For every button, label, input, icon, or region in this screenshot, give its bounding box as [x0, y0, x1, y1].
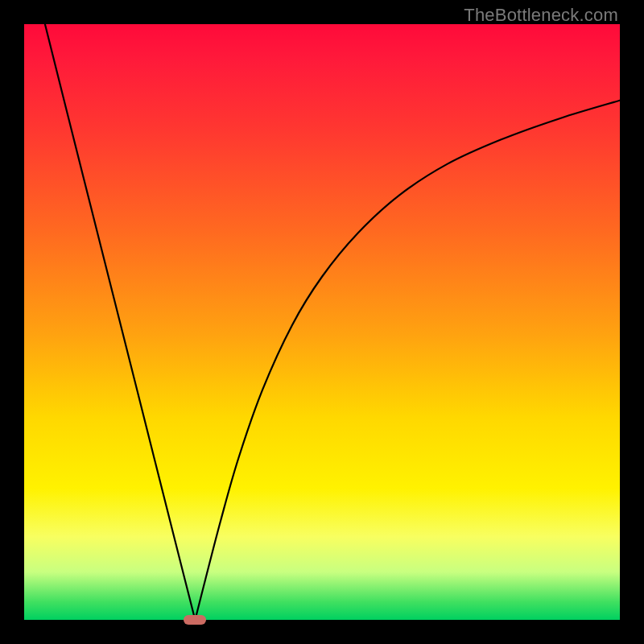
bottleneck-marker [184, 615, 206, 625]
chart-container: TheBottleneck.com [0, 0, 644, 644]
watermark-text: TheBottleneck.com [464, 5, 618, 26]
curve-svg [24, 24, 620, 620]
curve-left-branch [45, 24, 195, 620]
curve-right-branch [195, 101, 620, 620]
plot-area [24, 24, 620, 620]
